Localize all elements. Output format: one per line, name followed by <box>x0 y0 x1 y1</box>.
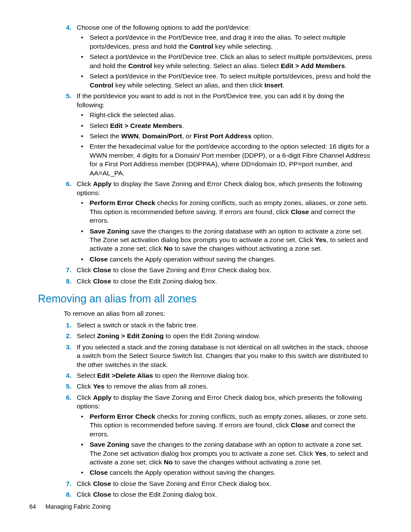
list-item: 5.Click Yes to remove the alias from all… <box>38 382 373 391</box>
list-item: 3.If you selected a stack and the zoning… <box>38 343 373 369</box>
item-body: Select Edit >Delete Alias to open the Re… <box>77 371 373 380</box>
item-number: 6. <box>64 180 72 188</box>
sub-list-item: Select Edit > Create Members. <box>77 121 373 130</box>
ordered-list-1: 4.Choose one of the following options to… <box>38 23 373 286</box>
list-item: 8.Click Close to close the Edit Zoning d… <box>38 490 373 499</box>
sub-list-item: Enter the hexadecimal value for the port… <box>77 142 373 177</box>
item-body: Click Close to close the Edit Zoning dia… <box>77 490 373 499</box>
page-number: 64 <box>29 503 36 510</box>
item-number: 8. <box>64 490 72 499</box>
section-heading: Removing an alias from all zones <box>38 292 373 306</box>
item-number: 5. <box>64 92 72 100</box>
item-body: If you selected a stack and the zoning d… <box>77 343 373 369</box>
sub-list-item: Perform Error Check checks for zoning co… <box>77 412 373 439</box>
sub-list: Select a port/device in the Port/Device … <box>77 33 373 90</box>
list-item: 7.Click Close to close the Save Zoning a… <box>38 479 373 488</box>
sub-list-item: Perform Error Check checks for zoning co… <box>77 199 373 225</box>
list-item: 7.Click Close to close the Save Zoning a… <box>38 266 373 274</box>
sub-list-item: Save Zoning save the changes to the zoni… <box>77 440 373 467</box>
item-number: 3. <box>64 343 72 352</box>
sub-list-item: Select a port/device in the Port/Device … <box>77 72 373 90</box>
list-item: 6.Click Apply to display the Save Zoning… <box>38 180 373 264</box>
sub-list: Right-click the selected alias.Select Ed… <box>77 111 373 177</box>
ordered-list-2: 1.Select a switch or stack in the fabric… <box>38 321 373 499</box>
item-number: 1. <box>64 321 72 330</box>
intro-text: To remove an alias from all zones: <box>64 309 373 318</box>
page-content: 4.Choose one of the following options to… <box>0 0 411 499</box>
sub-list-item: Close cancels the Apply operation withou… <box>77 255 373 264</box>
sub-list: Perform Error Check checks for zoning co… <box>77 412 373 477</box>
item-number: 7. <box>64 266 72 274</box>
item-number: 8. <box>64 277 72 286</box>
sub-list-item: Close cancels the Apply operation withou… <box>77 468 373 477</box>
item-body: Select Zoning > Edit Zoning to open the … <box>77 332 373 340</box>
list-item: 2.Select Zoning > Edit Zoning to open th… <box>38 332 373 340</box>
list-item: 6.Click Apply to display the Save Zoning… <box>38 393 373 477</box>
item-number: 4. <box>64 371 72 380</box>
sub-list-item: Save Zoning save the changes to the zoni… <box>77 227 373 253</box>
item-number: 4. <box>64 23 72 32</box>
item-number: 2. <box>64 332 72 340</box>
sub-list-item: Right-click the selected alias. <box>77 111 373 119</box>
sub-list: Perform Error Check checks for zoning co… <box>77 199 373 264</box>
list-item: 1.Select a switch or stack in the fabric… <box>38 321 373 330</box>
list-item: 4.Choose one of the following options to… <box>38 23 373 90</box>
item-body: Select a switch or stack in the fabric t… <box>77 321 373 330</box>
item-body: Click Apply to display the Save Zoning a… <box>77 393 373 411</box>
list-item: 4.Select Edit >Delete Alias to open the … <box>38 371 373 380</box>
item-body: Click Apply to display the Save Zoning a… <box>77 180 373 197</box>
sub-list-item: Select a port/device in the Port/Device … <box>77 53 373 70</box>
list-item: 5.If the port/device you want to add is … <box>38 92 373 177</box>
item-body: Click Close to close the Edit Zoning dia… <box>77 277 373 286</box>
footer-title: Managing Fabric Zoning <box>45 503 110 510</box>
item-number: 5. <box>64 382 72 391</box>
item-body: Click Close to close the Save Zoning and… <box>77 266 373 274</box>
item-body: Click Yes to remove the alias from all z… <box>77 382 373 391</box>
sub-list-item: Select a port/device in the Port/Device … <box>77 33 373 51</box>
item-number: 7. <box>64 479 72 488</box>
item-number: 6. <box>64 393 72 402</box>
item-body: Click Close to close the Save Zoning and… <box>77 479 373 488</box>
item-body: Choose one of the following options to a… <box>77 23 373 32</box>
page-footer: 64 Managing Fabric Zoning <box>29 503 110 510</box>
list-item: 8.Click Close to close the Edit Zoning d… <box>38 277 373 286</box>
item-body: If the port/device you want to add is no… <box>77 92 373 109</box>
sub-list-item: Select the WWN, Domain/Port, or First Po… <box>77 132 373 140</box>
